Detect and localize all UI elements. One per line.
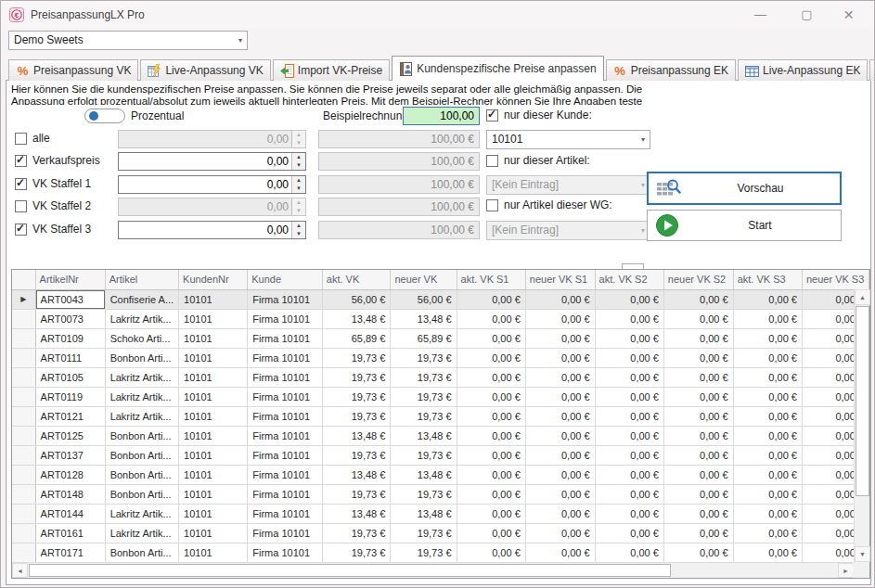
- row-selector-cell[interactable]: [12, 367, 35, 387]
- spin-up-icon[interactable]: ▲: [292, 176, 305, 185]
- grid-cell[interactable]: Firma 10101: [248, 348, 323, 367]
- grid-cell[interactable]: 0,00 €: [457, 523, 525, 543]
- grid-cell[interactable]: Firma 10101: [248, 289, 323, 309]
- column-header-artikelnr[interactable]: ArtikelNr: [35, 270, 105, 289]
- grid-cell[interactable]: 10101: [179, 387, 248, 406]
- column-header-kunde[interactable]: Kunde: [248, 270, 323, 289]
- column-header-artikel[interactable]: Artikel: [105, 270, 178, 289]
- adjust-value-spinner-vk-staffel-1[interactable]: 0,00▲▼: [118, 175, 306, 194]
- grid-cell[interactable]: 0,00 €: [525, 309, 595, 328]
- row-selector-cell[interactable]: ▶: [12, 289, 35, 309]
- grid-cell[interactable]: 10101: [179, 543, 248, 562]
- grid-cell[interactable]: 0,00 €: [525, 426, 595, 445]
- scroll-up-icon[interactable]: ▲: [855, 289, 870, 305]
- grid-cell[interactable]: 13,48 €: [391, 465, 457, 484]
- grid-cell[interactable]: 10101: [179, 309, 248, 328]
- grid-cell[interactable]: 56,00 €: [322, 289, 391, 309]
- row-selector-cell[interactable]: [12, 445, 35, 465]
- grid-cell[interactable]: ART0144: [35, 504, 105, 523]
- grid-cell[interactable]: 0,00 €: [525, 484, 595, 504]
- scroll-down-icon[interactable]: ▼: [855, 546, 870, 562]
- grid-cell[interactable]: 10101: [179, 465, 248, 484]
- grid-cell[interactable]: 19,73 €: [322, 387, 391, 406]
- table-row[interactable]: ART0148Bonbon Arti...10101Firma 1010119,…: [12, 484, 869, 504]
- column-header-akt-vk-s2[interactable]: akt. VK S2: [595, 270, 663, 289]
- grid-cell[interactable]: 0,00 €: [525, 348, 595, 367]
- grid-cell[interactable]: Bonbon Arti...: [105, 426, 178, 445]
- grid-cell[interactable]: ART0111: [35, 348, 105, 367]
- filter-customer-select[interactable]: 10101 ▾: [486, 130, 650, 149]
- filter-customer-checkbox[interactable]: nur dieser Kunde:: [486, 109, 592, 121]
- grid-cell[interactable]: 65,89 €: [322, 328, 391, 348]
- grid-cell[interactable]: 10101: [179, 504, 248, 523]
- grid-cell[interactable]: Schoko Arti...: [105, 328, 178, 348]
- grid-cell[interactable]: 0,00 €: [457, 543, 525, 562]
- table-row[interactable]: ART0119Lakritz Artik...10101Firma 101011…: [12, 387, 869, 406]
- grid-cell[interactable]: 19,73 €: [322, 543, 391, 562]
- grid-cell[interactable]: 0,00 €: [663, 445, 733, 465]
- grid-cell[interactable]: 0,00 €: [595, 328, 663, 348]
- company-selector[interactable]: Demo Sweets ▾: [8, 31, 248, 50]
- column-header-neuer-vk-s3[interactable]: neuer VK S3: [802, 270, 869, 289]
- grid-cell[interactable]: 0,00 €: [595, 523, 663, 543]
- grid-cell[interactable]: ART0148: [35, 484, 105, 504]
- grid-cell[interactable]: 0,00 €: [733, 289, 802, 309]
- tab-preisanpassung-vk[interactable]: %Preisanpassung VK: [8, 59, 138, 81]
- grid-cell[interactable]: Firma 10101: [248, 309, 323, 328]
- grid-cell[interactable]: 13,48 €: [391, 504, 457, 523]
- grid-cell[interactable]: 0,00 €: [525, 543, 595, 562]
- tab-kundenspezifische-preise-anpassen[interactable]: Kundenspezifische Preise anpassen: [392, 56, 603, 81]
- grid-cell[interactable]: ART0073: [35, 309, 105, 328]
- grid-cell[interactable]: 19,73 €: [322, 367, 391, 387]
- grid-cell[interactable]: 0,00 €: [525, 406, 595, 426]
- horizontal-scroll-thumb[interactable]: [29, 564, 671, 577]
- column-header-neuer-vk[interactable]: neuer VK: [391, 270, 457, 289]
- grid-cell[interactable]: 0,00 €: [733, 309, 802, 328]
- tab-preisanpassung-ek[interactable]: %Preisanpassung EK: [606, 59, 736, 81]
- table-row[interactable]: ART0137Bonbon Arti...10101Firma 1010119,…: [12, 445, 869, 465]
- row-selector-cell[interactable]: [12, 309, 35, 328]
- table-row[interactable]: ART0109Schoko Arti...10101Firma 1010165,…: [12, 328, 869, 348]
- grid-cell[interactable]: Lakritz Artik...: [105, 367, 178, 387]
- vertical-scroll-thumb[interactable]: [856, 306, 869, 496]
- grid-cell[interactable]: 10101: [179, 367, 248, 387]
- row-selector-cell[interactable]: [12, 484, 35, 504]
- grid-cell[interactable]: 0,00 €: [663, 289, 733, 309]
- grid-cell[interactable]: Firma 10101: [248, 367, 323, 387]
- grid-cell[interactable]: 13,48 €: [322, 309, 391, 328]
- grid-cell[interactable]: 0,00 €: [457, 406, 525, 426]
- preview-button[interactable]: Vorschau: [647, 172, 842, 205]
- grid-cell[interactable]: 0,00 €: [525, 289, 595, 309]
- grid-cell[interactable]: 0,00 €: [595, 543, 663, 562]
- grid-cell[interactable]: 10101: [179, 445, 248, 465]
- grid-cell[interactable]: Firma 10101: [248, 328, 323, 348]
- grid-cell[interactable]: 0,00 €: [733, 484, 802, 504]
- grid-cell[interactable]: Bonbon Arti...: [105, 484, 178, 504]
- grid-cell[interactable]: 19,73 €: [391, 523, 457, 543]
- grid-cell[interactable]: Firma 10101: [248, 406, 323, 426]
- grid-cell[interactable]: 0,00 €: [733, 406, 802, 426]
- grid-cell[interactable]: 0,00 €: [457, 504, 525, 523]
- grid-cell[interactable]: 19,73 €: [391, 387, 457, 406]
- grid-cell[interactable]: 10101: [179, 484, 248, 504]
- spin-up-icon[interactable]: ▲: [292, 222, 305, 230]
- grid-cell[interactable]: ART0105: [35, 367, 105, 387]
- grid-cell[interactable]: 10101: [179, 426, 248, 445]
- row-selector-cell[interactable]: [12, 523, 35, 543]
- row-selector-cell[interactable]: [12, 543, 35, 562]
- vertical-scrollbar[interactable]: ▲ ▼: [854, 289, 869, 562]
- grid-cell[interactable]: 19,73 €: [391, 543, 457, 562]
- grid-cell[interactable]: Firma 10101: [248, 387, 323, 406]
- grid-cell[interactable]: 0,00 €: [457, 289, 525, 309]
- grid-cell[interactable]: 0,00 €: [663, 465, 733, 484]
- grid-cell[interactable]: 0,00 €: [457, 484, 525, 504]
- grid-cell[interactable]: 0,00 €: [457, 309, 525, 328]
- grid-cell[interactable]: Lakritz Artik...: [105, 523, 178, 543]
- grid-cell[interactable]: 0,00 €: [595, 445, 663, 465]
- adjust-checkbox-vk-staffel-2[interactable]: VK Staffel 2: [15, 199, 91, 212]
- adjust-value-spinner-verkaufspreis[interactable]: 0,00▲▼: [118, 152, 306, 171]
- grid-cell[interactable]: 0,00 €: [733, 543, 802, 562]
- grid-cell[interactable]: 0,00 €: [525, 523, 595, 543]
- mode-toggle[interactable]: [84, 109, 125, 123]
- grid-cell[interactable]: 0,00 €: [733, 445, 802, 465]
